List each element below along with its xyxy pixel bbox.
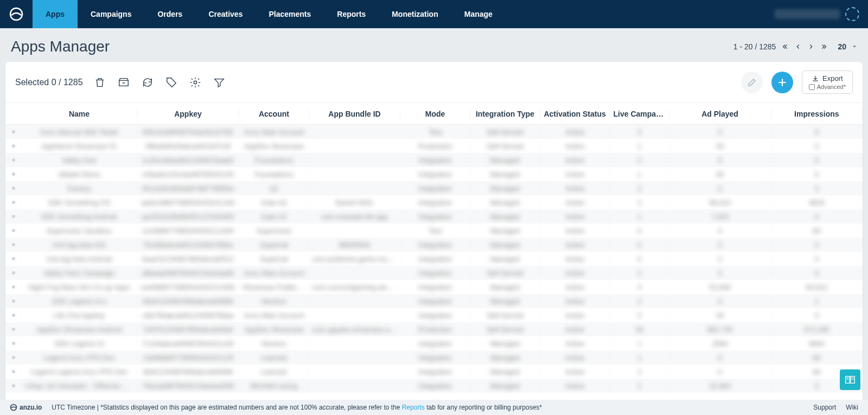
help-book-button[interactable] bbox=[840, 369, 860, 390]
table-row[interactable]: Legend Legend Anzu FPS Dev80ef1234567890… bbox=[5, 365, 863, 379]
refresh-icon[interactable] bbox=[142, 76, 154, 88]
table-row[interactable]: Anti-lag beta Android0aae31234567890abcd… bbox=[5, 252, 863, 266]
row-select[interactable] bbox=[5, 215, 22, 218]
cell-adplayed: 52,840 bbox=[669, 283, 771, 291]
user-email bbox=[775, 9, 840, 19]
row-select[interactable] bbox=[5, 229, 22, 232]
col-appkey[interactable]: Appkey bbox=[137, 110, 239, 118]
edit-button[interactable] bbox=[741, 72, 763, 93]
cell-mode: Integration bbox=[400, 340, 470, 348]
row-select[interactable] bbox=[5, 201, 22, 204]
export-button[interactable]: Export Advanced* bbox=[802, 71, 853, 94]
cell-activation: Active bbox=[540, 156, 610, 164]
table-row[interactable]: Night Fog Wars Sim Co-op Appscee99887766… bbox=[5, 280, 863, 294]
row-select[interactable] bbox=[5, 342, 22, 345]
cell-bundle: com.appdev.showcase.android bbox=[309, 325, 400, 334]
tag-icon[interactable] bbox=[165, 76, 177, 88]
table-row[interactable]: Anti-lag beta iOS7fce98abcdef01234567890… bbox=[5, 238, 863, 252]
nav-tab-manage[interactable]: Manage bbox=[451, 0, 506, 28]
row-select[interactable] bbox=[5, 328, 22, 331]
pager-size[interactable]: 20 bbox=[838, 42, 846, 51]
cell-impressions: 0 bbox=[771, 213, 863, 221]
row-select[interactable] bbox=[5, 257, 22, 260]
footer-wiki-link[interactable]: Wiki bbox=[846, 404, 858, 411]
table-row[interactable]: Supersonic Sandboxccc9988776655443322110… bbox=[5, 224, 863, 238]
table-row[interactable]: Factory0f1e2d3c4b5a69788776655eAZIntegra… bbox=[5, 181, 863, 195]
table-row[interactable]: Valley Farm Campaignd9bea00987654321fedc… bbox=[5, 266, 863, 280]
row-select[interactable] bbox=[5, 356, 22, 359]
table-row[interactable]: SDK Legend v37c104abcdef0987654321100Neu… bbox=[5, 336, 863, 350]
row-select[interactable] bbox=[5, 271, 22, 274]
table-row[interactable]: Legend Anzu FPS Dev10e699887766554433221… bbox=[5, 350, 863, 365]
table-row[interactable]: Valley One1c2fe1b0ea9012345678aab0Founda… bbox=[5, 153, 863, 167]
row-select[interactable] bbox=[5, 130, 22, 133]
col-live[interactable]: Live Campaigns bbox=[610, 110, 669, 118]
row-select[interactable] bbox=[5, 173, 22, 176]
nav-tab-creatives[interactable]: Creatives bbox=[195, 0, 256, 28]
col-adplayed[interactable]: Ad Played bbox=[669, 110, 771, 118]
settings-icon[interactable] bbox=[189, 76, 201, 88]
pager-prev-icon[interactable] bbox=[794, 43, 802, 50]
footer-reports-link[interactable]: Reports bbox=[402, 404, 425, 411]
nav-tab-reports[interactable]: Reports bbox=[324, 0, 379, 28]
table-row[interactable]: Anzu Manual SDK Testerf0Rc02d9R0675rkkOb… bbox=[5, 125, 863, 139]
nav-tab-orders[interactable]: Orders bbox=[144, 0, 195, 28]
table-row[interactable]: AppName Showcase 0108ba9dfc00abcdef12ef7… bbox=[5, 139, 863, 153]
footer-disclaimer: UTC Timezone | *Statistics displayed on … bbox=[52, 404, 542, 411]
cell-adplayed: 882,734 bbox=[669, 325, 771, 334]
user-menu[interactable] bbox=[766, 7, 868, 21]
nav-tab-apps[interactable]: Apps bbox=[33, 0, 78, 28]
row-select[interactable] bbox=[5, 285, 22, 289]
col-mode[interactable]: Mode bbox=[400, 110, 470, 118]
nav-tab-campaigns[interactable]: Campaigns bbox=[78, 0, 144, 28]
row-select[interactable] bbox=[5, 187, 22, 190]
cell-impressions: 0 bbox=[771, 128, 863, 136]
table-row[interactable]: SDK Something Androidaa1501028d9e0f11223… bbox=[5, 209, 863, 224]
row-select[interactable] bbox=[5, 314, 22, 317]
cell-activation: Active bbox=[540, 354, 610, 362]
filter-icon[interactable] bbox=[213, 76, 225, 88]
pager-first-icon[interactable] bbox=[781, 43, 789, 50]
row-select[interactable] bbox=[5, 370, 22, 373]
col-impressions[interactable]: Impressions bbox=[771, 110, 863, 118]
cell-bundle: 86935634 bbox=[309, 241, 400, 249]
table-row[interactable]: SDK Something OSaa0cc9887766554433221100… bbox=[5, 195, 863, 209]
brand-logo[interactable] bbox=[0, 0, 33, 28]
col-activation[interactable]: Activation Status bbox=[540, 110, 610, 118]
cell-activation: Active bbox=[540, 297, 610, 305]
nav-tab-monetization[interactable]: Monetization bbox=[379, 0, 451, 28]
cell-activation: Active bbox=[540, 142, 610, 150]
table-row[interactable]: 1Blade Democ08adb123c4ae987654321f0Found… bbox=[5, 167, 863, 181]
pager-last-icon[interactable] bbox=[820, 43, 828, 50]
table-row[interactable]: Urban Jet Simulator - Offshore Arctic76e… bbox=[5, 379, 863, 393]
cell-mode: Integration bbox=[400, 354, 470, 362]
advanced-checkbox[interactable] bbox=[809, 84, 815, 90]
trash-icon[interactable] bbox=[94, 76, 106, 88]
table-row[interactable]: AppDev Showcase Android7e97f1234567890ab… bbox=[5, 322, 863, 336]
table-row[interactable]: SDK Legend v3.x80ef1234567890abcdef0998N… bbox=[5, 294, 863, 308]
row-select[interactable] bbox=[5, 384, 22, 387]
col-integration[interactable]: Integration Type bbox=[470, 110, 540, 118]
col-account[interactable]: Account bbox=[239, 110, 309, 118]
advanced-checkbox-wrap[interactable]: Advanced* bbox=[809, 84, 846, 90]
pager-next-icon[interactable] bbox=[807, 43, 815, 50]
pager-size-dropdown-icon[interactable] bbox=[852, 44, 857, 49]
footer-brand[interactable]: anzu.io bbox=[20, 404, 42, 411]
col-bundle[interactable]: App Bundle ID bbox=[309, 110, 400, 118]
archive-icon[interactable] bbox=[118, 76, 130, 88]
row-select[interactable] bbox=[5, 158, 22, 162]
apps-table[interactable]: Name Appkey Account App Bundle ID Mode I… bbox=[5, 103, 863, 403]
apps-panel: Selected 0 / 1285 Export Advanced* bbox=[5, 62, 863, 403]
row-select[interactable] bbox=[5, 144, 22, 148]
cell-integration: Self-Served bbox=[470, 142, 540, 150]
cell-name: SDK Something Android bbox=[22, 213, 137, 221]
cell-name: SDK Legend v3 bbox=[22, 340, 137, 348]
row-select[interactable] bbox=[5, 243, 22, 246]
user-avatar-icon[interactable] bbox=[845, 7, 859, 21]
row-select[interactable] bbox=[5, 299, 22, 303]
add-button[interactable] bbox=[771, 72, 793, 93]
table-row[interactable]: Life Cha Appkeyc8b790abcdef0123456789aaA… bbox=[5, 308, 863, 322]
col-name[interactable]: Name bbox=[22, 110, 137, 118]
nav-tab-placements[interactable]: Placements bbox=[256, 0, 324, 28]
footer-support-link[interactable]: Support bbox=[813, 404, 836, 411]
